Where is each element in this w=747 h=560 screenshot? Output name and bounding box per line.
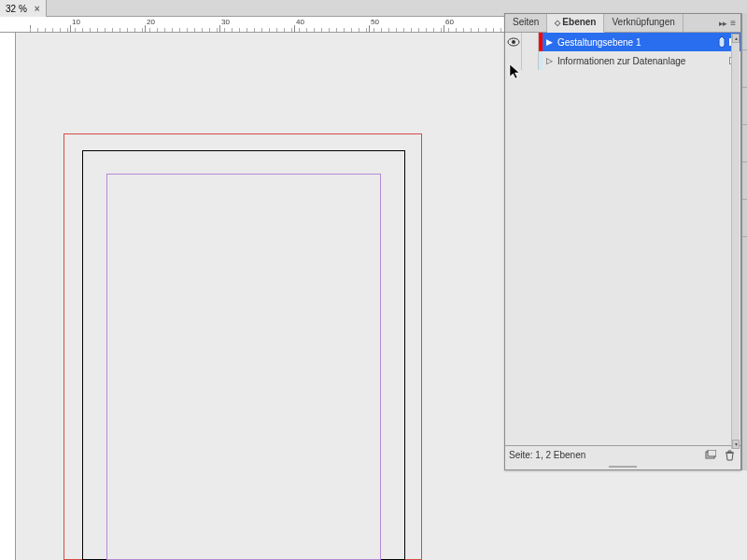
dock-slot[interactable] (742, 125, 747, 162)
scroll-down-button[interactable]: ▾ (732, 440, 740, 449)
dock-slot[interactable] (742, 162, 747, 200)
tab-links-label: Verknüpfungen (612, 17, 674, 27)
layer-list: ▶Gestaltungsebene 1▷Informationen zur Da… (505, 33, 740, 445)
visibility-toggle[interactable] (505, 51, 522, 70)
layers-panel: Seiten ◇Ebenen Verknüpfungen ▸▸ ≡ ▶Gesta… (504, 13, 741, 470)
tab-layers-label: Ebenen (562, 17, 596, 27)
dock-slot[interactable] (742, 13, 747, 50)
layer-name-label[interactable]: Informationen zur Datenanlage (556, 56, 714, 66)
scroll-down-icon: ▾ (735, 441, 738, 447)
tab-layers[interactable]: ◇Ebenen (547, 14, 604, 33)
new-layer-button[interactable] (703, 449, 718, 462)
layer-count-label: Seite: 1, 2 Ebenen (509, 450, 585, 460)
panel-tab-strip: Seiten ◇Ebenen Verknüpfungen ▸▸ ≡ (505, 14, 740, 33)
dock-slot[interactable] (742, 50, 747, 88)
tab-pages-label: Seiten (513, 17, 539, 27)
tab-pages[interactable]: Seiten (505, 14, 547, 32)
layer-name-label[interactable]: Gestaltungsebene 1 (556, 37, 714, 48)
dirty-diamond-icon: ◇ (555, 19, 560, 27)
vertical-ruler[interactable] (0, 33, 16, 560)
delete-layer-button[interactable] (722, 449, 737, 462)
visibility-toggle[interactable] (505, 33, 522, 51)
dock-slot[interactable] (742, 200, 747, 237)
right-dock[interactable] (741, 13, 747, 470)
svg-point-1 (512, 40, 515, 44)
disclosure-triangle-icon[interactable]: ▷ (543, 56, 556, 65)
dock-slot[interactable] (742, 88, 747, 125)
layer-row[interactable]: ▷Informationen zur Datenanlage (505, 51, 740, 70)
panel-scrollbar[interactable]: ▴ ▾ (731, 34, 740, 449)
scroll-up-icon: ▴ (735, 35, 738, 41)
layer-row[interactable]: ▶Gestaltungsebene 1 (505, 33, 740, 51)
zoom-level-label: 32 % (6, 4, 27, 14)
page-margin-frame (106, 174, 381, 560)
document-tab[interactable]: 32 % × (0, 0, 47, 17)
panel-resize-grip[interactable] (505, 464, 740, 469)
tab-links[interactable]: Verknüpfungen (604, 14, 683, 32)
svg-rect-3 (708, 450, 716, 456)
collapse-panel-icon: ▸▸ (719, 19, 726, 28)
panel-flyout-menu-icon: ≡ (730, 18, 735, 28)
panel-footer: Seite: 1, 2 Ebenen (505, 445, 740, 464)
disclosure-triangle-icon[interactable]: ▶ (543, 37, 556, 47)
lock-toggle[interactable] (522, 33, 539, 51)
lock-toggle[interactable] (522, 51, 539, 70)
panel-menu-button[interactable]: ▸▸ ≡ (713, 14, 740, 32)
close-tab-icon[interactable]: × (35, 4, 40, 14)
pen-icon (717, 36, 726, 48)
scroll-up-button[interactable]: ▴ (732, 34, 740, 43)
